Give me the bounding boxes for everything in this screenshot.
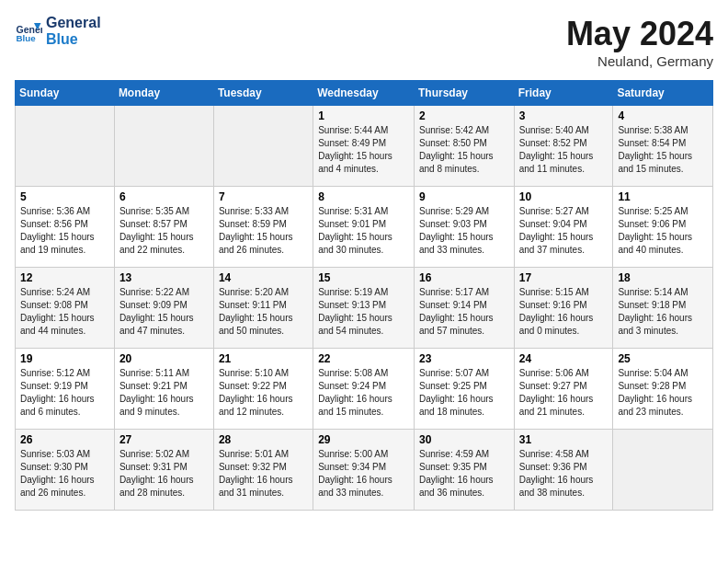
calendar-week-3: 19Sunrise: 5:12 AM Sunset: 9:19 PM Dayli…: [16, 349, 713, 430]
location-text: Neuland, Germany: [566, 53, 713, 69]
calendar-cell: 23Sunrise: 5:07 AM Sunset: 9:25 PM Dayli…: [414, 349, 514, 430]
logo-line2: Blue: [46, 31, 101, 48]
cell-info: Sunrise: 5:14 AM Sunset: 9:18 PM Dayligh…: [618, 286, 708, 338]
weekday-header-friday: Friday: [514, 81, 613, 106]
cell-info: Sunrise: 5:12 AM Sunset: 9:19 PM Dayligh…: [20, 367, 109, 419]
calendar-cell: 31Sunrise: 4:58 AM Sunset: 9:36 PM Dayli…: [514, 430, 613, 511]
day-number: 11: [618, 190, 708, 203]
weekday-header-tuesday: Tuesday: [213, 81, 313, 106]
svg-text:Blue: Blue: [17, 33, 37, 43]
day-number: 25: [618, 352, 708, 365]
cell-info: Sunrise: 5:00 AM Sunset: 9:34 PM Dayligh…: [318, 448, 409, 500]
calendar-week-0: 1Sunrise: 5:44 AM Sunset: 8:49 PM Daylig…: [16, 106, 713, 187]
calendar-cell: [16, 106, 115, 187]
calendar-cell: 5Sunrise: 5:36 AM Sunset: 8:56 PM Daylig…: [16, 187, 115, 268]
calendar-cell: 4Sunrise: 5:38 AM Sunset: 8:54 PM Daylig…: [613, 106, 713, 187]
weekday-header-monday: Monday: [114, 81, 213, 106]
day-number: 26: [20, 433, 109, 446]
day-number: 6: [119, 190, 209, 203]
cell-info: Sunrise: 5:22 AM Sunset: 9:09 PM Dayligh…: [119, 286, 209, 338]
calendar-cell: 17Sunrise: 5:15 AM Sunset: 9:16 PM Dayli…: [514, 268, 613, 349]
calendar-cell: 16Sunrise: 5:17 AM Sunset: 9:14 PM Dayli…: [414, 268, 514, 349]
day-number: 8: [318, 190, 409, 203]
calendar-cell: 12Sunrise: 5:24 AM Sunset: 9:08 PM Dayli…: [16, 268, 115, 349]
calendar-cell: 28Sunrise: 5:01 AM Sunset: 9:32 PM Dayli…: [213, 430, 313, 511]
cell-info: Sunrise: 5:35 AM Sunset: 8:57 PM Dayligh…: [119, 205, 209, 257]
calendar-table: SundayMondayTuesdayWednesdayThursdayFrid…: [15, 80, 713, 511]
cell-info: Sunrise: 5:08 AM Sunset: 9:24 PM Dayligh…: [318, 367, 409, 419]
cell-info: Sunrise: 5:40 AM Sunset: 8:52 PM Dayligh…: [519, 124, 609, 176]
page-header: General Blue General Blue May 2024 Neula…: [15, 15, 713, 69]
day-number: 2: [419, 109, 509, 122]
weekday-header-thursday: Thursday: [414, 81, 514, 106]
calendar-cell: [114, 106, 213, 187]
calendar-cell: [613, 430, 713, 511]
calendar-cell: 7Sunrise: 5:33 AM Sunset: 8:59 PM Daylig…: [213, 187, 313, 268]
calendar-cell: 10Sunrise: 5:27 AM Sunset: 9:04 PM Dayli…: [514, 187, 613, 268]
weekday-header-row: SundayMondayTuesdayWednesdayThursdayFrid…: [16, 81, 713, 106]
calendar-cell: 8Sunrise: 5:31 AM Sunset: 9:01 PM Daylig…: [313, 187, 415, 268]
calendar-week-4: 26Sunrise: 5:03 AM Sunset: 9:30 PM Dayli…: [16, 430, 713, 511]
calendar-week-1: 5Sunrise: 5:36 AM Sunset: 8:56 PM Daylig…: [16, 187, 713, 268]
day-number: 16: [419, 271, 509, 284]
cell-info: Sunrise: 5:03 AM Sunset: 9:30 PM Dayligh…: [20, 448, 109, 500]
day-number: 18: [618, 271, 708, 284]
calendar-cell: 14Sunrise: 5:20 AM Sunset: 9:11 PM Dayli…: [213, 268, 313, 349]
cell-info: Sunrise: 5:33 AM Sunset: 8:59 PM Dayligh…: [219, 205, 308, 257]
calendar-week-2: 12Sunrise: 5:24 AM Sunset: 9:08 PM Dayli…: [16, 268, 713, 349]
cell-info: Sunrise: 5:24 AM Sunset: 9:08 PM Dayligh…: [20, 286, 109, 338]
day-number: 15: [318, 271, 409, 284]
calendar-cell: 26Sunrise: 5:03 AM Sunset: 9:30 PM Dayli…: [16, 430, 115, 511]
cell-info: Sunrise: 4:59 AM Sunset: 9:35 PM Dayligh…: [419, 448, 509, 500]
cell-info: Sunrise: 5:27 AM Sunset: 9:04 PM Dayligh…: [519, 205, 609, 257]
weekday-header-sunday: Sunday: [16, 81, 115, 106]
logo-line1: General: [46, 15, 101, 31]
weekday-header-wednesday: Wednesday: [313, 81, 415, 106]
cell-info: Sunrise: 5:19 AM Sunset: 9:13 PM Dayligh…: [318, 286, 409, 338]
calendar-cell: 3Sunrise: 5:40 AM Sunset: 8:52 PM Daylig…: [514, 106, 613, 187]
calendar-cell: 20Sunrise: 5:11 AM Sunset: 9:21 PM Dayli…: [114, 349, 213, 430]
day-number: 7: [219, 190, 308, 203]
cell-info: Sunrise: 5:31 AM Sunset: 9:01 PM Dayligh…: [318, 205, 409, 257]
logo-icon: General Blue: [15, 17, 42, 45]
calendar-cell: 1Sunrise: 5:44 AM Sunset: 8:49 PM Daylig…: [313, 106, 415, 187]
day-number: 12: [20, 271, 109, 284]
calendar-cell: 19Sunrise: 5:12 AM Sunset: 9:19 PM Dayli…: [16, 349, 115, 430]
day-number: 4: [618, 109, 708, 122]
cell-info: Sunrise: 5:29 AM Sunset: 9:03 PM Dayligh…: [419, 205, 509, 257]
calendar-cell: 27Sunrise: 5:02 AM Sunset: 9:31 PM Dayli…: [114, 430, 213, 511]
cell-info: Sunrise: 5:38 AM Sunset: 8:54 PM Dayligh…: [618, 124, 708, 176]
month-title: May 2024: [566, 15, 713, 53]
calendar-cell: 15Sunrise: 5:19 AM Sunset: 9:13 PM Dayli…: [313, 268, 415, 349]
weekday-header-saturday: Saturday: [613, 81, 713, 106]
calendar-cell: 25Sunrise: 5:04 AM Sunset: 9:28 PM Dayli…: [613, 349, 713, 430]
cell-info: Sunrise: 5:07 AM Sunset: 9:25 PM Dayligh…: [419, 367, 509, 419]
day-number: 17: [519, 271, 609, 284]
day-number: 30: [419, 433, 509, 446]
day-number: 24: [519, 352, 609, 365]
calendar-cell: 9Sunrise: 5:29 AM Sunset: 9:03 PM Daylig…: [414, 187, 514, 268]
cell-info: Sunrise: 5:42 AM Sunset: 8:50 PM Dayligh…: [419, 124, 509, 176]
day-number: 31: [519, 433, 609, 446]
calendar-cell: 21Sunrise: 5:10 AM Sunset: 9:22 PM Dayli…: [213, 349, 313, 430]
calendar-cell: 13Sunrise: 5:22 AM Sunset: 9:09 PM Dayli…: [114, 268, 213, 349]
calendar-cell: 29Sunrise: 5:00 AM Sunset: 9:34 PM Dayli…: [313, 430, 415, 511]
day-number: 27: [119, 433, 209, 446]
day-number: 13: [119, 271, 209, 284]
day-number: 9: [419, 190, 509, 203]
calendar-cell: 2Sunrise: 5:42 AM Sunset: 8:50 PM Daylig…: [414, 106, 514, 187]
title-block: May 2024 Neuland, Germany: [566, 15, 713, 69]
cell-info: Sunrise: 4:58 AM Sunset: 9:36 PM Dayligh…: [519, 448, 609, 500]
calendar-cell: 24Sunrise: 5:06 AM Sunset: 9:27 PM Dayli…: [514, 349, 613, 430]
calendar-cell: 6Sunrise: 5:35 AM Sunset: 8:57 PM Daylig…: [114, 187, 213, 268]
day-number: 1: [318, 109, 409, 122]
cell-info: Sunrise: 5:04 AM Sunset: 9:28 PM Dayligh…: [618, 367, 708, 419]
day-number: 20: [119, 352, 209, 365]
day-number: 29: [318, 433, 409, 446]
cell-info: Sunrise: 5:36 AM Sunset: 8:56 PM Dayligh…: [20, 205, 109, 257]
cell-info: Sunrise: 5:15 AM Sunset: 9:16 PM Dayligh…: [519, 286, 609, 338]
cell-info: Sunrise: 5:44 AM Sunset: 8:49 PM Dayligh…: [318, 124, 409, 176]
day-number: 21: [219, 352, 308, 365]
day-number: 22: [318, 352, 409, 365]
calendar-cell: 30Sunrise: 4:59 AM Sunset: 9:35 PM Dayli…: [414, 430, 514, 511]
